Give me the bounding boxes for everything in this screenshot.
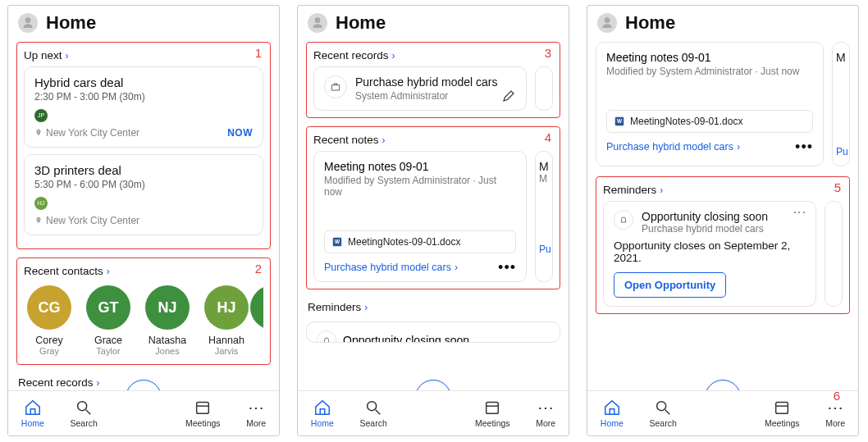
nav-home[interactable]: Home	[21, 399, 44, 428]
reminder-card[interactable]: Opportunity closing soon Purchase hybrid…	[603, 201, 816, 307]
notes-header[interactable]: Recent notes ›	[313, 132, 553, 151]
upnext-header[interactable]: Up next ›	[24, 48, 263, 66]
related-link[interactable]: Purchase hybrid model cars›	[606, 141, 740, 153]
contacts-header[interactable]: Recent contacts ›	[24, 263, 263, 282]
notes-label: Recent notes	[313, 134, 379, 146]
note-card-peek[interactable]: M Pu	[832, 42, 850, 166]
user-avatar[interactable]	[597, 13, 617, 33]
pin-icon	[34, 129, 43, 137]
reminder-sub: Purchase hybrid model cars	[642, 223, 784, 235]
navbar: Home Search Meetings ⋯More	[8, 390, 279, 435]
note-card-peek[interactable]: M M Pu	[535, 151, 553, 282]
nav-search[interactable]: Search	[649, 399, 676, 428]
word-doc-icon: W	[614, 116, 625, 127]
note-card[interactable]: Meeting notes 09-01 Modified by System A…	[313, 151, 527, 282]
note-title: Meeting notes 09-01	[324, 160, 516, 173]
record-card-peek[interactable]	[535, 66, 553, 111]
related-link[interactable]: Purchase hybrid model cars›	[324, 262, 458, 273]
svg-line-1	[86, 410, 91, 415]
event-time: 5:30 PM - 6:00 PM (30m)	[34, 179, 253, 190]
nav-search[interactable]: Search	[70, 399, 97, 428]
event-time: 2:30 PM - 3:00 PM (30m)	[34, 91, 253, 103]
page-title: Home	[625, 12, 675, 34]
pin-icon	[34, 216, 43, 225]
search-icon	[75, 399, 93, 417]
reminders-label: Reminders	[308, 301, 361, 313]
event-title: Hybrid cars deal	[34, 75, 253, 89]
chevron-right-icon: ›	[382, 134, 386, 146]
record-card[interactable]: Purchase hybrid model cars System Admini…	[313, 66, 527, 111]
kebab-menu-icon[interactable]: ⋮	[797, 206, 802, 219]
nav-home[interactable]: Home	[311, 399, 334, 428]
note-sub: Modified by System Administrator · Just …	[324, 175, 516, 198]
open-opportunity-button[interactable]: Open Opportunity	[614, 272, 726, 298]
chevron-right-icon: ›	[364, 302, 368, 313]
svg-text:W: W	[335, 239, 340, 244]
phone-3: Home Meeting notes 09-01 Modified by Sys…	[587, 5, 859, 436]
home-icon	[24, 399, 42, 417]
contact-avatar: CG	[27, 285, 71, 330]
contact-item[interactable]: HJHannahJarvis	[201, 285, 252, 356]
contact-item[interactable]: JJoP	[260, 285, 263, 356]
upnext-label: Up next	[24, 49, 62, 62]
chevron-right-icon: ›	[107, 266, 110, 277]
user-avatar[interactable]	[308, 13, 327, 33]
file-attachment[interactable]: W MeetingNotes-09-01.docx	[324, 230, 516, 253]
upnext-section: 1 Up next › Hybrid cars deal 2:30 PM - 3…	[16, 42, 271, 249]
nav-meetings[interactable]: Meetings	[185, 399, 221, 428]
notes-section: 4 Recent notes › Meeting notes 09-01 Mod…	[306, 126, 560, 289]
annotation-2: 2	[255, 262, 262, 276]
file-name: MeetingNotes-09-01.docx	[630, 116, 742, 127]
nav-more[interactable]: ⋯More	[246, 399, 266, 428]
page-title: Home	[336, 12, 386, 34]
reminders-label: Reminders	[603, 184, 656, 196]
upnext-card-1[interactable]: Hybrid cars deal 2:30 PM - 3:00 PM (30m)…	[24, 66, 263, 148]
search-icon	[654, 399, 672, 417]
more-actions-icon[interactable]: •••	[795, 144, 813, 149]
contact-item[interactable]: NJNatashaJones	[142, 285, 193, 356]
note-title: Meeting notes 09-01	[606, 51, 813, 64]
records-section: 3 Recent records › Purchase hybrid model…	[306, 42, 560, 118]
navbar: Home Search Meetings ⋯More	[298, 390, 569, 435]
upnext-card-2[interactable]: 3D printers deal 5:30 PM - 6:00 PM (30m)…	[24, 154, 263, 235]
svg-line-7	[376, 410, 381, 415]
contact-avatar: GT	[86, 285, 130, 330]
chevron-right-icon: ›	[660, 185, 663, 196]
nav-home[interactable]: Home	[601, 399, 624, 428]
reminder-body: Opportunity closes on September 2, 2021.	[614, 239, 806, 264]
contact-item[interactable]: GTGraceTaylor	[83, 285, 134, 356]
svg-point-0	[78, 402, 87, 411]
reminder-card-peek[interactable]	[825, 201, 843, 307]
reminders-header[interactable]: Reminders ›	[306, 298, 560, 318]
phone-2: Home 3 Recent records › Purchase hybrid …	[297, 5, 569, 436]
calendar-icon	[773, 399, 791, 417]
note-card[interactable]: Meeting notes 09-01 Modified by System A…	[596, 42, 824, 166]
more-actions-icon[interactable]: •••	[498, 265, 516, 270]
reminders-header[interactable]: Reminders ›	[603, 182, 843, 201]
svg-rect-8	[487, 403, 499, 414]
home-icon	[313, 399, 331, 417]
svg-text:W: W	[617, 118, 623, 124]
reminder-teaser[interactable]: Opportunity closing soon	[306, 321, 560, 343]
topbar: Home	[587, 6, 858, 42]
contacts-section: 2 Recent contacts › CGCoreyGray GTGraceT…	[16, 257, 271, 365]
record-sub: System Administrator	[355, 90, 498, 102]
annotation-1: 1	[255, 46, 262, 60]
file-attachment[interactable]: W MeetingNotes-09-01.docx	[606, 110, 813, 133]
topbar: Home	[298, 6, 569, 42]
nav-search[interactable]: Search	[359, 399, 386, 428]
svg-rect-2	[197, 403, 209, 414]
contact-item[interactable]: CGCoreyGray	[24, 285, 75, 356]
records-label: Recent records	[18, 376, 94, 389]
records-header[interactable]: Recent records ›	[313, 48, 553, 66]
annotation-3: 3	[545, 46, 551, 60]
briefcase-icon	[324, 75, 347, 98]
nav-more[interactable]: ⋯More	[825, 399, 845, 428]
nav-meetings[interactable]: Meetings	[765, 399, 800, 428]
edit-icon[interactable]	[501, 89, 516, 103]
nav-meetings[interactable]: Meetings	[475, 399, 510, 428]
nav-more[interactable]: ⋯More	[536, 399, 555, 428]
reminders-section: 5 Reminders › Opportunity closing soon P…	[596, 176, 850, 314]
user-avatar[interactable]	[18, 13, 38, 33]
contact-avatar: NJ	[145, 285, 190, 330]
